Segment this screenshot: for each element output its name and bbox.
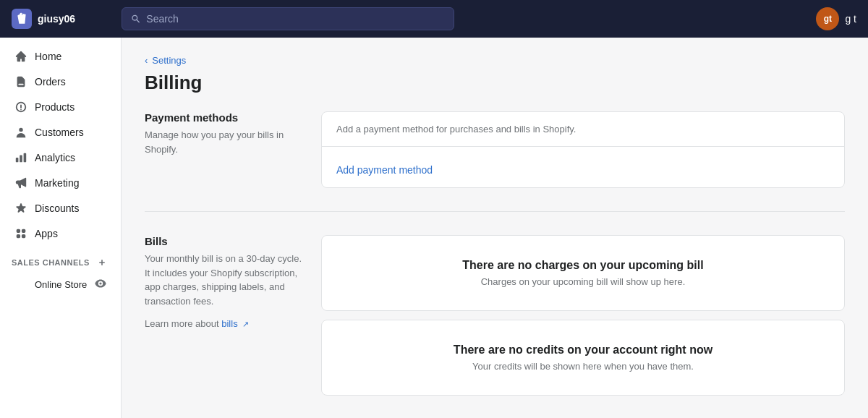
visibility-icon [95, 278, 106, 291]
sidebar-label-discounts: Discounts [35, 202, 79, 214]
back-arrow-icon: ‹ [145, 55, 148, 66]
sidebar-item-marketing[interactable]: Marketing [3, 171, 118, 195]
sidebar-label-marketing: Marketing [35, 177, 79, 189]
nav-username: g t [845, 13, 856, 25]
layout: Home Orders Products Cu [0, 38, 868, 418]
search-bar[interactable] [122, 7, 454, 30]
shop-logo[interactable]: giusy06 [12, 9, 113, 29]
sidebar-item-discounts[interactable]: Discounts [3, 196, 118, 221]
bills-left: Bills Your monthly bill is on a 30-day c… [145, 235, 304, 396]
no-charges-desc: Charges on your upcoming bill will show … [336, 276, 830, 287]
sidebar-label-customers: Customers [35, 127, 84, 138]
sidebar-item-customers[interactable]: Customers [3, 120, 118, 145]
sidebar-label-analytics: Analytics [35, 152, 75, 163]
bills-right: There are no charges on your upcoming bi… [321, 235, 845, 396]
sales-channels-header: SALES CHANNELS [0, 247, 121, 273]
sidebar-item-analytics[interactable]: Analytics [3, 145, 118, 170]
breadcrumb[interactable]: ‹ Settings [145, 55, 845, 66]
sidebar-label-home: Home [35, 51, 61, 62]
bills-title: Bills [145, 235, 304, 247]
payment-methods-title: Payment methods [145, 111, 304, 124]
top-navigation: giusy06 gt g t [0, 0, 868, 38]
search-icon [131, 14, 140, 24]
add-payment-row: Add payment method [322, 147, 844, 187]
shopify-logo-icon [12, 9, 32, 29]
discounts-icon [14, 202, 27, 215]
orders-icon [14, 75, 27, 88]
bills-learn-more: Learn more about bills ↗ [145, 317, 304, 331]
search-input[interactable] [146, 13, 445, 25]
payment-methods-card-row: Add a payment method for purchases and b… [322, 112, 844, 147]
sidebar-item-apps[interactable]: Apps [3, 221, 118, 246]
add-payment-link[interactable]: Add payment method [336, 164, 433, 176]
apps-icon [14, 227, 27, 240]
no-charges-card: There are no charges on your upcoming bi… [321, 235, 845, 311]
sidebar-item-online-store[interactable]: Online Store [3, 273, 118, 296]
breadcrumb-label: Settings [152, 55, 186, 66]
shop-name: giusy06 [38, 13, 75, 25]
payment-methods-desc: Manage how you pay your bills in Shopify… [145, 128, 304, 156]
home-icon [14, 50, 27, 63]
no-credits-card: There are no credits on your account rig… [321, 320, 845, 396]
nav-right: gt g t [816, 7, 856, 30]
sidebar-label-orders: Orders [35, 76, 66, 88]
payment-methods-left: Payment methods Manage how you pay your … [145, 111, 304, 188]
sidebar-item-home[interactable]: Home [3, 44, 118, 69]
add-sales-channel-button[interactable] [95, 255, 109, 270]
sidebar-label-online-store: Online Store [35, 279, 87, 290]
main-content: ‹ Settings Billing Payment methods Manag… [122, 38, 868, 418]
sidebar-label-products: Products [35, 101, 75, 113]
bills-section: Bills Your monthly bill is on a 30-day c… [145, 235, 845, 418]
sidebar-item-orders[interactable]: Orders [3, 69, 118, 94]
sidebar-label-apps: Apps [35, 228, 58, 239]
sidebar-item-products[interactable]: Products [3, 95, 118, 119]
payment-methods-card-text: Add a payment method for purchases and b… [336, 124, 830, 135]
marketing-icon [14, 176, 27, 189]
avatar[interactable]: gt [816, 7, 839, 30]
bills-link[interactable]: bills [221, 318, 237, 329]
products-icon [14, 101, 27, 114]
payment-methods-card: Add a payment method for purchases and b… [321, 111, 845, 188]
bills-desc: Your monthly bill is on a 30-day cycle. … [145, 252, 304, 308]
sidebar: Home Orders Products Cu [0, 38, 122, 418]
page-title: Billing [145, 72, 845, 94]
customers-icon [14, 126, 27, 139]
analytics-icon [14, 151, 27, 164]
no-charges-title: There are no charges on your upcoming bi… [336, 259, 830, 272]
payment-methods-right: Add a payment method for purchases and b… [321, 111, 845, 188]
payment-methods-section: Payment methods Manage how you pay your … [145, 111, 845, 212]
no-credits-title: There are no credits on your account rig… [336, 344, 830, 357]
no-credits-desc: Your credits will be shown here when you… [336, 361, 830, 372]
